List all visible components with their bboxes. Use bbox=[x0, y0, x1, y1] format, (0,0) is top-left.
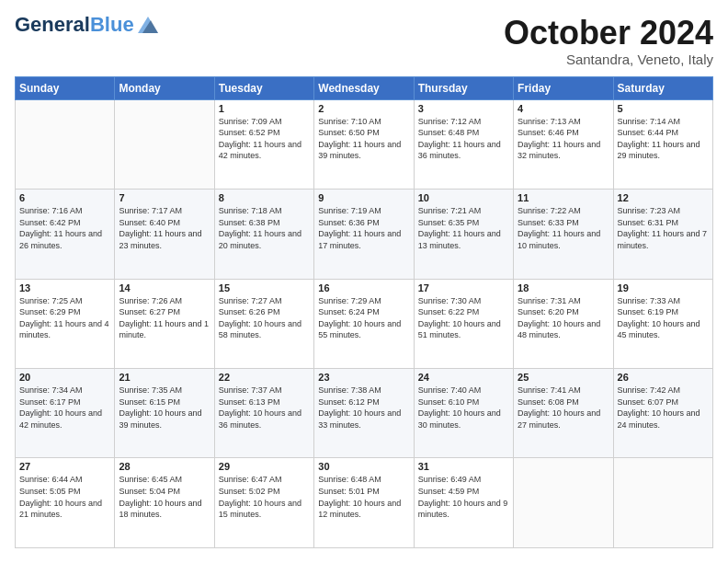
day-number: 25 bbox=[518, 372, 609, 383]
cell-content: Sunrise: 6:49 AM Sunset: 4:59 PM Dayligh… bbox=[418, 474, 509, 520]
day-number: 7 bbox=[119, 192, 210, 203]
day-number: 16 bbox=[318, 282, 409, 293]
cell-content: Sunrise: 7:18 AM Sunset: 6:38 PM Dayligh… bbox=[219, 205, 310, 251]
cell-content: Sunrise: 7:34 AM Sunset: 6:17 PM Dayligh… bbox=[19, 385, 110, 431]
calendar-cell: 4Sunrise: 7:13 AM Sunset: 6:46 PM Daylig… bbox=[514, 99, 613, 189]
cell-content: Sunrise: 7:09 AM Sunset: 6:52 PM Dayligh… bbox=[219, 116, 310, 162]
day-number: 26 bbox=[618, 372, 709, 383]
calendar-cell: 27Sunrise: 6:44 AM Sunset: 5:05 PM Dayli… bbox=[16, 458, 115, 548]
calendar-cell: 25Sunrise: 7:41 AM Sunset: 6:08 PM Dayli… bbox=[514, 369, 613, 458]
calendar-cell: 31Sunrise: 6:49 AM Sunset: 4:59 PM Dayli… bbox=[414, 458, 513, 548]
day-number: 17 bbox=[418, 282, 509, 293]
header-thursday: Thursday bbox=[414, 76, 513, 99]
calendar-cell: 2Sunrise: 7:10 AM Sunset: 6:50 PM Daylig… bbox=[314, 99, 414, 189]
calendar-cell: 22Sunrise: 7:37 AM Sunset: 6:13 PM Dayli… bbox=[214, 369, 313, 458]
cell-content: Sunrise: 6:47 AM Sunset: 5:02 PM Dayligh… bbox=[219, 474, 310, 520]
day-number: 28 bbox=[119, 461, 210, 472]
cell-content: Sunrise: 7:31 AM Sunset: 6:20 PM Dayligh… bbox=[518, 295, 609, 341]
calendar-cell: 30Sunrise: 6:48 AM Sunset: 5:01 PM Dayli… bbox=[314, 458, 414, 548]
calendar-cell: 14Sunrise: 7:26 AM Sunset: 6:27 PM Dayli… bbox=[115, 279, 214, 368]
calendar-week-4: 20Sunrise: 7:34 AM Sunset: 6:17 PM Dayli… bbox=[16, 369, 713, 458]
cell-content: Sunrise: 7:19 AM Sunset: 6:36 PM Dayligh… bbox=[318, 205, 409, 251]
day-number: 10 bbox=[418, 192, 509, 203]
day-number: 31 bbox=[418, 461, 509, 472]
cell-content: Sunrise: 6:45 AM Sunset: 5:04 PM Dayligh… bbox=[119, 474, 210, 520]
logo-text: GeneralBlue bbox=[15, 15, 134, 35]
header-friday: Friday bbox=[514, 76, 613, 99]
day-number: 30 bbox=[318, 461, 409, 472]
cell-content: Sunrise: 7:38 AM Sunset: 6:12 PM Dayligh… bbox=[318, 385, 409, 431]
calendar-header-row: Sunday Monday Tuesday Wednesday Thursday… bbox=[16, 76, 713, 99]
cell-content: Sunrise: 7:16 AM Sunset: 6:42 PM Dayligh… bbox=[19, 205, 110, 251]
cell-content: Sunrise: 7:12 AM Sunset: 6:48 PM Dayligh… bbox=[418, 116, 509, 162]
day-number: 24 bbox=[418, 372, 509, 383]
header-monday: Monday bbox=[115, 76, 214, 99]
calendar-cell: 26Sunrise: 7:42 AM Sunset: 6:07 PM Dayli… bbox=[613, 369, 712, 458]
calendar-cell: 11Sunrise: 7:22 AM Sunset: 6:33 PM Dayli… bbox=[514, 190, 613, 279]
day-number: 20 bbox=[19, 372, 110, 383]
cell-content: Sunrise: 7:13 AM Sunset: 6:46 PM Dayligh… bbox=[518, 116, 609, 162]
cell-content: Sunrise: 6:48 AM Sunset: 5:01 PM Dayligh… bbox=[318, 474, 409, 520]
calendar-cell: 20Sunrise: 7:34 AM Sunset: 6:17 PM Dayli… bbox=[16, 369, 115, 458]
day-number: 22 bbox=[219, 372, 310, 383]
calendar-week-1: 1Sunrise: 7:09 AM Sunset: 6:52 PM Daylig… bbox=[16, 99, 713, 189]
day-number: 8 bbox=[219, 192, 310, 203]
cell-content: Sunrise: 7:27 AM Sunset: 6:26 PM Dayligh… bbox=[219, 295, 310, 341]
cell-content: Sunrise: 7:14 AM Sunset: 6:44 PM Dayligh… bbox=[618, 116, 709, 162]
day-number: 12 bbox=[618, 192, 709, 203]
day-number: 21 bbox=[119, 372, 210, 383]
cell-content: Sunrise: 7:17 AM Sunset: 6:40 PM Dayligh… bbox=[119, 205, 210, 251]
calendar-cell: 5Sunrise: 7:14 AM Sunset: 6:44 PM Daylig… bbox=[613, 99, 712, 189]
day-number: 9 bbox=[318, 192, 409, 203]
header-tuesday: Tuesday bbox=[214, 76, 313, 99]
month-title: October 2024 bbox=[504, 15, 713, 52]
cell-content: Sunrise: 7:21 AM Sunset: 6:35 PM Dayligh… bbox=[418, 205, 509, 251]
cell-content: Sunrise: 7:33 AM Sunset: 6:19 PM Dayligh… bbox=[618, 295, 709, 341]
calendar-cell: 1Sunrise: 7:09 AM Sunset: 6:52 PM Daylig… bbox=[214, 99, 313, 189]
calendar-cell bbox=[613, 458, 712, 548]
calendar-cell: 3Sunrise: 7:12 AM Sunset: 6:48 PM Daylig… bbox=[414, 99, 513, 189]
day-number: 4 bbox=[518, 103, 609, 114]
calendar-cell: 6Sunrise: 7:16 AM Sunset: 6:42 PM Daylig… bbox=[16, 190, 115, 279]
calendar-week-5: 27Sunrise: 6:44 AM Sunset: 5:05 PM Dayli… bbox=[16, 458, 713, 548]
day-number: 27 bbox=[19, 461, 110, 472]
calendar-cell: 24Sunrise: 7:40 AM Sunset: 6:10 PM Dayli… bbox=[414, 369, 513, 458]
day-number: 14 bbox=[119, 282, 210, 293]
title-block: October 2024 Santandra, Veneto, Italy bbox=[504, 15, 713, 67]
day-number: 6 bbox=[19, 192, 110, 203]
calendar-cell: 8Sunrise: 7:18 AM Sunset: 6:38 PM Daylig… bbox=[214, 190, 313, 279]
calendar-cell: 21Sunrise: 7:35 AM Sunset: 6:15 PM Dayli… bbox=[115, 369, 214, 458]
cell-content: Sunrise: 7:41 AM Sunset: 6:08 PM Dayligh… bbox=[518, 385, 609, 431]
cell-content: Sunrise: 7:29 AM Sunset: 6:24 PM Dayligh… bbox=[318, 295, 409, 341]
cell-content: Sunrise: 7:42 AM Sunset: 6:07 PM Dayligh… bbox=[618, 385, 709, 431]
calendar-cell: 17Sunrise: 7:30 AM Sunset: 6:22 PM Dayli… bbox=[414, 279, 513, 368]
day-number: 13 bbox=[19, 282, 110, 293]
cell-content: Sunrise: 7:23 AM Sunset: 6:31 PM Dayligh… bbox=[618, 205, 709, 251]
calendar-cell: 10Sunrise: 7:21 AM Sunset: 6:35 PM Dayli… bbox=[414, 190, 513, 279]
day-number: 15 bbox=[219, 282, 310, 293]
day-number: 11 bbox=[518, 192, 609, 203]
calendar-week-2: 6Sunrise: 7:16 AM Sunset: 6:42 PM Daylig… bbox=[16, 190, 713, 279]
calendar-cell: 28Sunrise: 6:45 AM Sunset: 5:04 PM Dayli… bbox=[115, 458, 214, 548]
calendar-cell: 7Sunrise: 7:17 AM Sunset: 6:40 PM Daylig… bbox=[115, 190, 214, 279]
calendar-cell: 23Sunrise: 7:38 AM Sunset: 6:12 PM Dayli… bbox=[314, 369, 414, 458]
day-number: 29 bbox=[219, 461, 310, 472]
calendar-cell: 13Sunrise: 7:25 AM Sunset: 6:29 PM Dayli… bbox=[16, 279, 115, 368]
cell-content: Sunrise: 7:25 AM Sunset: 6:29 PM Dayligh… bbox=[19, 295, 110, 341]
logo-icon bbox=[138, 17, 158, 33]
calendar-cell: 16Sunrise: 7:29 AM Sunset: 6:24 PM Dayli… bbox=[314, 279, 414, 368]
day-number: 1 bbox=[219, 103, 310, 114]
cell-content: Sunrise: 7:26 AM Sunset: 6:27 PM Dayligh… bbox=[119, 295, 210, 341]
calendar-cell bbox=[514, 458, 613, 548]
header: GeneralBlue October 2024 Santandra, Vene… bbox=[15, 15, 713, 67]
day-number: 19 bbox=[618, 282, 709, 293]
day-number: 2 bbox=[318, 103, 409, 114]
cell-content: Sunrise: 7:22 AM Sunset: 6:33 PM Dayligh… bbox=[518, 205, 609, 251]
calendar-cell: 19Sunrise: 7:33 AM Sunset: 6:19 PM Dayli… bbox=[613, 279, 712, 368]
calendar-cell: 18Sunrise: 7:31 AM Sunset: 6:20 PM Dayli… bbox=[514, 279, 613, 368]
location: Santandra, Veneto, Italy bbox=[504, 52, 713, 67]
logo: GeneralBlue bbox=[15, 15, 158, 35]
calendar-cell: 15Sunrise: 7:27 AM Sunset: 6:26 PM Dayli… bbox=[214, 279, 313, 368]
calendar-cell bbox=[115, 99, 214, 189]
calendar-cell bbox=[16, 99, 115, 189]
